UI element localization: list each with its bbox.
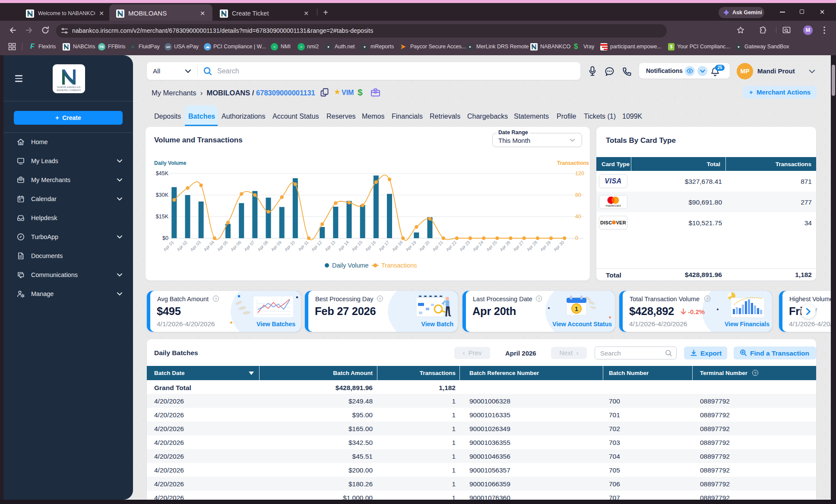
svg-text:Apr 05: Apr 05 [216,239,229,252]
svg-text:Apr 12: Apr 12 [310,239,323,252]
svg-text:NORTH AMERICAN: NORTH AMERICAN [57,86,80,88]
svg-text:Apr 23: Apr 23 [459,239,471,252]
svg-text:Daily Volume: Daily Volume [332,262,369,269]
svg-text:Apr 15: Apr 15 [351,239,363,252]
svg-text:Apr 25: Apr 25 [485,239,498,252]
svg-text:Apr 04: Apr 04 [203,239,215,252]
svg-text:Apr 09: Apr 09 [270,239,282,252]
svg-text:Apr 01: Apr 01 [162,239,175,252]
svg-text:$30K: $30K [156,192,169,198]
svg-text:Apr 17: Apr 17 [378,239,390,252]
svg-text:$15K: $15K [156,214,169,220]
svg-text:$45K: $45K [156,170,169,176]
svg-text:Apr 26: Apr 26 [499,239,511,252]
svg-text:Apr 08: Apr 08 [256,239,269,252]
svg-text:Apr 20: Apr 20 [418,239,431,252]
svg-text:$0: $0 [162,235,168,241]
svg-text:BANKING COMPANY: BANKING COMPANY [57,89,81,91]
svg-text:Apr 13: Apr 13 [324,239,336,252]
svg-text:Apr 07: Apr 07 [243,239,256,252]
svg-text:Apr 10: Apr 10 [284,239,296,252]
svg-text:Apr 22: Apr 22 [445,239,458,252]
svg-text:80: 80 [575,192,581,198]
svg-text:Transactions: Transactions [381,262,417,269]
svg-text:Apr 14: Apr 14 [337,239,350,252]
svg-text:Apr 19: Apr 19 [405,239,417,252]
svg-text:Apr 18: Apr 18 [391,239,404,252]
svg-text:Apr 06: Apr 06 [230,239,242,252]
svg-text:Apr 03: Apr 03 [189,239,202,252]
svg-text:Apr 24: Apr 24 [472,239,484,252]
svg-text:Apr 21: Apr 21 [431,239,444,252]
svg-text:Apr 27: Apr 27 [512,239,525,252]
svg-text:Apr 28: Apr 28 [526,239,538,252]
svg-text:40: 40 [575,214,581,220]
svg-text:120: 120 [575,170,584,176]
svg-text:Apr 30: Apr 30 [553,239,565,252]
svg-text:0: 0 [575,235,578,241]
svg-text:1: 1 [575,305,578,312]
svg-text:Apr 11: Apr 11 [297,239,309,252]
svg-text:Apr 16: Apr 16 [364,239,377,252]
svg-text:Apr 29: Apr 29 [539,239,552,252]
svg-text:Apr 02: Apr 02 [176,239,188,252]
